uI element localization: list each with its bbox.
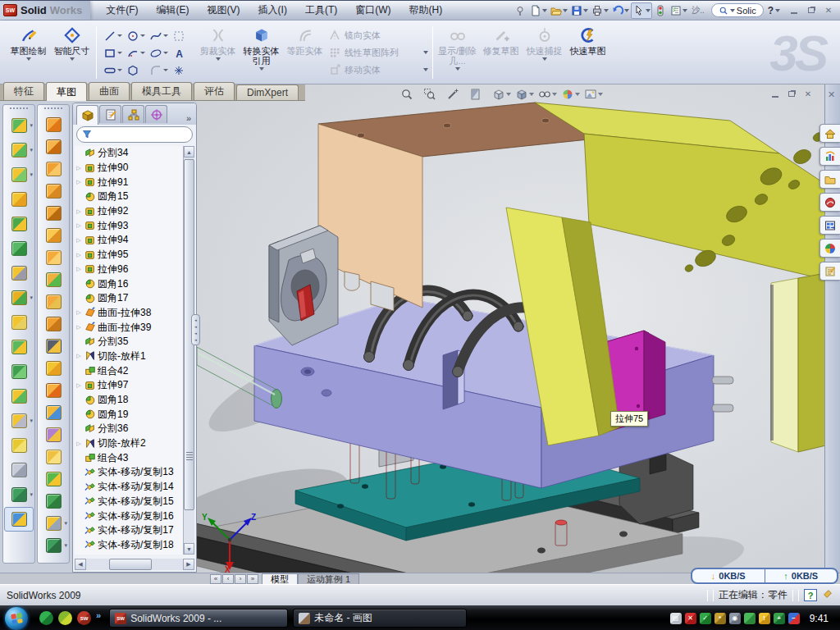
tool-button[interactable]: ▾ xyxy=(4,482,34,507)
dropdown-caret-icon[interactable] xyxy=(163,52,168,54)
circle-button[interactable] xyxy=(124,27,147,44)
move-entities-button[interactable]: 移动实体 xyxy=(328,62,428,77)
dropdown-caret-icon[interactable]: ▾ xyxy=(30,147,33,153)
keyboard-icon[interactable]: ▤ xyxy=(670,613,682,624)
dropdown-caret-icon[interactable] xyxy=(455,67,460,71)
search-input[interactable]: Solic xyxy=(737,6,756,16)
tree-item[interactable]: ▷ 圆角16 xyxy=(75,276,183,291)
tree-item[interactable]: ▷ 圆角18 xyxy=(75,393,183,408)
dropdown-caret-icon[interactable] xyxy=(506,93,511,96)
menu-item[interactable]: 窗口(W) xyxy=(346,1,399,20)
scroll-down-icon[interactable]: ▼ xyxy=(184,543,194,555)
ellipse-button[interactable] xyxy=(147,44,170,62)
panel-splitter[interactable]: ◂◂◂◂ xyxy=(191,314,200,345)
menu-item[interactable]: 插入(I) xyxy=(249,1,296,20)
security-shield-icon[interactable]: ✓ xyxy=(700,613,711,624)
taskpane-tab-toolbox[interactable] xyxy=(819,193,840,212)
tool-button[interactable]: ▾ xyxy=(39,135,68,158)
taskpane-tab-design-library[interactable] xyxy=(819,170,840,189)
dropdown-caret-icon[interactable] xyxy=(163,34,168,37)
propertymanager-tab[interactable] xyxy=(99,105,121,123)
configurationmanager-tab[interactable] xyxy=(122,105,144,123)
scroll-right-icon[interactable]: ▶ xyxy=(183,559,194,570)
toolbar-overflow[interactable]: 沙.. xyxy=(692,5,705,16)
dropdown-caret-icon[interactable] xyxy=(529,93,534,96)
taskbar-task[interactable]: SW SolidWorks 2009 - ... xyxy=(109,609,288,628)
clock[interactable]: 9:41 xyxy=(810,613,829,624)
dropdown-caret-icon[interactable] xyxy=(575,93,580,96)
tool-button[interactable]: ▾ xyxy=(39,158,68,180)
select-button[interactable] xyxy=(631,2,652,19)
tree-item[interactable]: ▷ 切除-放样1 xyxy=(75,349,183,364)
dropdown-caret-icon[interactable] xyxy=(117,34,122,37)
tree-item[interactable]: ▷ 曲面-拉伸39 xyxy=(75,320,183,335)
tab-dimxpert[interactable]: DimXpert xyxy=(236,84,299,100)
doc-minimize-button[interactable] xyxy=(767,88,783,100)
rapid-sketch-button[interactable]: 快速草图 xyxy=(566,25,609,77)
arc-button[interactable] xyxy=(124,44,147,62)
dropdown-caret-icon[interactable] xyxy=(552,93,557,96)
zoom-fit-icon[interactable] xyxy=(399,86,421,103)
tool-button[interactable]: ▾ xyxy=(4,433,34,458)
tree-item[interactable]: ▷ 拉伸97 xyxy=(75,378,183,393)
scroll-left-icon[interactable]: ◀ xyxy=(75,559,86,570)
tool-button[interactable]: ▾ xyxy=(4,409,34,433)
expand-icon[interactable]: ▷ xyxy=(75,208,83,215)
tree-item[interactable]: ▷ 实体-移动/复制18 xyxy=(75,538,183,553)
search-box[interactable]: Solic xyxy=(711,3,764,17)
tree-item[interactable]: ▷ 分割35 xyxy=(75,335,183,349)
expand-icon[interactable]: ▷ xyxy=(75,252,83,258)
rebuild-button[interactable] xyxy=(653,3,668,18)
tool-button[interactable]: ▾ xyxy=(4,212,34,236)
tree-item[interactable]: ▷ 分割36 xyxy=(75,422,183,436)
dropdown-caret-icon[interactable] xyxy=(163,69,168,71)
tool-button[interactable]: ▾ xyxy=(4,310,34,335)
dropdown-caret-icon[interactable]: ▾ xyxy=(64,542,67,549)
magic-wand-icon[interactable] xyxy=(445,86,467,103)
tree-item[interactable]: ▷ 实体-移动/复制13 xyxy=(75,465,183,480)
dropdown-caret-icon[interactable] xyxy=(423,51,428,54)
smart-dimension-button[interactable]: 智能尺寸 xyxy=(50,25,94,77)
expand-icon[interactable]: ▷ xyxy=(75,165,83,171)
pin-icon[interactable] xyxy=(513,3,527,18)
tab-surfaces[interactable]: 曲面 xyxy=(89,82,130,100)
save-button[interactable] xyxy=(569,3,589,18)
tool-button[interactable]: ▾ xyxy=(39,423,68,445)
doc-close-button[interactable]: ✕ xyxy=(800,88,816,100)
mirror-entities-button[interactable]: 镜向实体 xyxy=(328,28,428,43)
open-button[interactable] xyxy=(549,3,568,18)
dropdown-caret-icon[interactable] xyxy=(140,52,145,54)
line-button[interactable] xyxy=(101,27,124,44)
expand-icon[interactable]: ▷ xyxy=(75,237,83,244)
model-gray-clamp[interactable] xyxy=(269,226,338,345)
tree-item[interactable]: ▷ 切除-放样2 xyxy=(75,436,183,451)
expand-icon[interactable]: ▷ xyxy=(75,179,83,185)
model-tab[interactable]: 模型 xyxy=(262,573,298,584)
tree-item[interactable]: ▷ 拉伸96 xyxy=(75,262,183,277)
menu-item[interactable]: 编辑(E) xyxy=(148,1,199,20)
quick-tips-button[interactable]: ? xyxy=(804,589,817,601)
tab-mold-tools[interactable]: 模具工具 xyxy=(131,82,192,100)
defender-icon[interactable]: + xyxy=(774,613,785,624)
expand-icon[interactable]: ▷ xyxy=(75,324,83,331)
new-document-button[interactable] xyxy=(528,3,548,18)
warning-icon[interactable]: ! xyxy=(759,613,770,624)
dropdown-caret-icon[interactable] xyxy=(26,57,31,61)
tool-button[interactable]: ▾ xyxy=(4,335,34,359)
tool-button[interactable]: ▾ xyxy=(4,285,34,310)
tool-button[interactable]: ▾ xyxy=(4,458,34,482)
tree-item[interactable]: ▷ 圆角17 xyxy=(75,291,183,306)
undo-button[interactable] xyxy=(610,3,630,18)
expand-icon[interactable]: ▷ xyxy=(75,309,83,316)
tool-button[interactable]: ▾ xyxy=(39,268,68,290)
dropdown-caret-icon[interactable] xyxy=(117,52,122,54)
quicklaunch-solidworks[interactable]: SW xyxy=(77,611,91,625)
shaded-contours-button[interactable] xyxy=(170,27,193,44)
taskpane-tab-resources[interactable] xyxy=(819,124,840,143)
tool-button[interactable]: ▾ xyxy=(39,246,68,268)
dimxpertmanager-tab[interactable] xyxy=(145,105,167,123)
tool-button[interactable]: ▾ xyxy=(39,180,68,202)
tree-item[interactable]: ▷ 拉伸94 xyxy=(75,233,183,248)
dropdown-caret-icon[interactable] xyxy=(423,68,428,71)
tab-scroll-button[interactable]: › xyxy=(235,574,246,584)
